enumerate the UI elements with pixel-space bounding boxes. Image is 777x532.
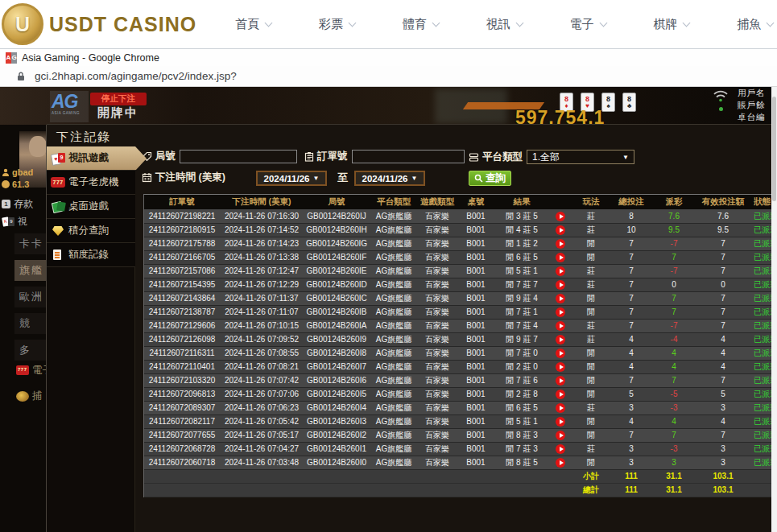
round-field-group: 局號 — [142, 150, 297, 163]
date-to-select[interactable]: 2024/11/26 ▼ — [354, 171, 425, 186]
page-scrollbar[interactable] — [771, 87, 777, 532]
round-input[interactable] — [180, 150, 297, 163]
replay-button[interactable] — [556, 362, 565, 372]
replay-button[interactable] — [556, 266, 565, 276]
replay-button[interactable] — [556, 307, 565, 317]
game-tab-icon — [16, 365, 29, 375]
cell-game: 百家樂 — [418, 291, 457, 305]
cell-table: B001 — [457, 264, 495, 278]
cell-result: 閒 2 莊 0 — [495, 360, 548, 373]
cell-play — [548, 373, 572, 387]
replay-button[interactable] — [556, 335, 565, 344]
replay-button[interactable] — [556, 321, 565, 331]
table-row: 2411260721163112024-11-26 07:08:55GB0012… — [144, 346, 771, 360]
deposit-button[interactable]: 1 存款 — [2, 197, 33, 211]
moneybag-icon — [2, 180, 10, 188]
cell-time: 2024-11-26 07:09:52 — [220, 332, 304, 346]
site-header: U USDT CASINO 首頁 彩票 體育 視訊 電子 — [0, 0, 777, 48]
table-row: 2411260720607182024-11-26 07:03:48GB0012… — [144, 456, 771, 469]
table-row: 2411260721387872024-11-26 07:11:07GB0012… — [144, 305, 771, 319]
cell-time: 2024-11-26 07:07:06 — [220, 387, 304, 401]
platform-select[interactable]: 1.全部 ▼ — [527, 150, 634, 164]
cell-payout: -5 — [653, 387, 695, 401]
summary-cell — [495, 469, 548, 483]
nav-item-label: 體育 — [403, 17, 427, 32]
replay-button[interactable] — [556, 212, 565, 221]
replay-button[interactable] — [556, 280, 565, 290]
cell-table: B001 — [457, 278, 495, 291]
summary-cell — [304, 483, 370, 497]
online-dot-icon — [719, 107, 723, 111]
nav-item[interactable]: 視訊 — [486, 17, 523, 32]
cell-time: 2024-11-26 07:11:37 — [220, 291, 304, 305]
cell-order: 241126072180915 — [144, 223, 220, 237]
column-header: 局號 — [304, 195, 370, 209]
replay-button[interactable] — [556, 376, 565, 386]
modal-menu-item[interactable]: 桌面遊戲 — [47, 195, 135, 219]
cell-play — [548, 264, 572, 278]
site-logo[interactable]: U USDT CASINO — [2, 3, 196, 45]
table-row: 2411260720821172024-11-26 07:05:42GB0012… — [144, 414, 771, 428]
order-input[interactable] — [352, 150, 465, 163]
scrollbar-thumb[interactable] — [772, 97, 776, 201]
stop-bet-badge: 停止下注 — [90, 93, 147, 105]
gem-icon — [51, 225, 65, 237]
replay-button[interactable] — [556, 239, 565, 249]
cell-valid: 7 — [695, 237, 751, 250]
nav-item[interactable]: 首頁 — [235, 17, 271, 32]
replay-button[interactable] — [556, 403, 565, 413]
chevron-down-icon — [767, 19, 775, 27]
cell-total: 8 — [610, 209, 653, 223]
search-button[interactable]: 查詢 — [469, 171, 511, 186]
table-row: 2411260721438642024-11-26 07:11:37GB0012… — [144, 291, 771, 305]
coin-letter: U — [15, 13, 30, 36]
deposit-label: 存款 — [14, 197, 33, 211]
cell-order: 241126072060718 — [144, 456, 220, 469]
nav-item[interactable]: 體育 — [403, 17, 439, 32]
replay-button[interactable] — [556, 431, 565, 440]
nav-item[interactable]: 捕魚 — [737, 17, 773, 32]
chevron-down-icon — [349, 19, 357, 27]
cell-result: 閒 9 莊 4 — [495, 291, 548, 305]
cell-platform: AG旗艦廳 — [370, 264, 418, 278]
replay-button[interactable] — [556, 348, 565, 358]
nav-item[interactable]: 彩票 — [319, 17, 355, 32]
cell-total: 7 — [610, 250, 653, 264]
date-from-value: 2024/11/26 — [264, 174, 310, 184]
cell-play — [548, 209, 572, 223]
cell-platform: AG旗艦廳 — [370, 414, 418, 428]
date-from-select[interactable]: 2024/11/26 ▼ — [256, 171, 327, 186]
cell-status: 已派彩 — [751, 209, 771, 223]
nav-item-label: 捕魚 — [737, 17, 761, 32]
url-text[interactable]: gci.2hhapi.com/agingame/pcv2/index.jsp? — [35, 70, 237, 82]
cell-status: 已派彩 — [751, 373, 771, 387]
cell-status: 已派彩 — [751, 387, 771, 401]
summary-cell — [457, 483, 495, 497]
to-label-group: 至 — [337, 171, 348, 185]
replay-button[interactable] — [556, 390, 565, 399]
cell-time: 2024-11-26 07:08:55 — [220, 346, 304, 360]
cell-time: 2024-11-26 07:05:17 — [220, 428, 304, 442]
replay-button[interactable] — [556, 225, 565, 235]
cell-order: 241126072154395 — [144, 278, 220, 291]
nav-item[interactable]: 電子 — [570, 17, 606, 32]
summary-cell — [751, 469, 771, 483]
sidebar-video-tab[interactable]: 視 — [2, 215, 27, 229]
chrome-urlbar[interactable]: gci.2hhapi.com/agingame/pcv2/index.jsp? — [0, 66, 777, 87]
replay-button[interactable] — [556, 417, 565, 427]
replay-button[interactable] — [556, 444, 565, 454]
replay-button[interactable] — [556, 253, 565, 262]
chrome-titlebar: AG Asia Gaming - Google Chrome — [0, 48, 777, 66]
window-title: Asia Gaming - Google Chrome — [22, 52, 159, 64]
cell-table: B001 — [457, 332, 495, 346]
modal-menu-item[interactable]: 視訊遊戲 — [47, 146, 147, 171]
cell-payout: 4 — [653, 346, 695, 360]
nav-item[interactable]: 棋牌 — [653, 17, 689, 32]
cell-valid: 3 — [695, 442, 751, 456]
calendar-icon — [142, 172, 152, 183]
modal-menu-item[interactable]: 積分查詢 — [47, 219, 135, 243]
replay-button[interactable] — [556, 294, 565, 303]
cell-platform: AG旗艦廳 — [370, 278, 418, 291]
replay-button[interactable] — [556, 458, 565, 468]
modal-menu-item[interactable]: 額度記錄 — [47, 243, 135, 267]
